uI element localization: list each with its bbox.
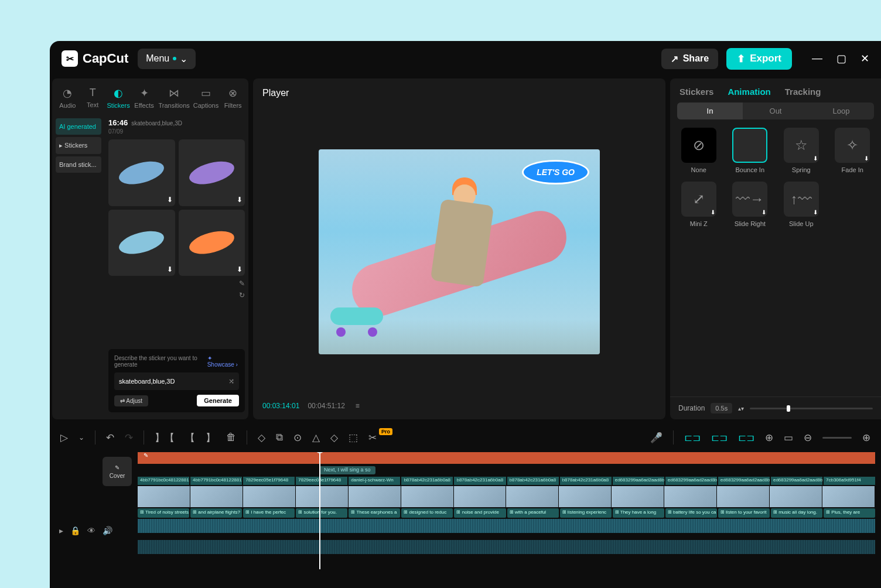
subtab-in[interactable]: In: [677, 102, 743, 119]
text-track-handle[interactable]: ✎: [144, 452, 148, 464]
delete-icon[interactable]: 🗑: [226, 432, 236, 443]
sticker-result-1[interactable]: ⬇: [108, 139, 175, 206]
play-icon[interactable]: ⊙: [293, 432, 302, 444]
undo-icon[interactable]: ↶: [106, 432, 114, 444]
duration-value[interactable]: 0.5s: [711, 403, 732, 413]
generate-button[interactable]: Generate: [197, 395, 239, 406]
clip-label[interactable]: 4bb7791bc0c481228811f4: [138, 477, 189, 485]
sticker-result-3[interactable]: ⬇: [108, 210, 175, 276]
edit-icon[interactable]: ✎: [239, 279, 245, 288]
snap-icon-2[interactable]: ⊏⊐: [711, 432, 728, 444]
zoom-slider[interactable]: [822, 437, 852, 439]
download-icon[interactable]: ⬇: [167, 196, 173, 204]
download-icon[interactable]: ⬇: [237, 265, 243, 274]
subtab-out[interactable]: Out: [743, 102, 808, 119]
rotate-icon[interactable]: ◇: [330, 432, 338, 444]
caption-clip[interactable]: ⊞ listen to your favorit: [718, 508, 770, 518]
clip-thumbnail[interactable]: [664, 486, 717, 507]
clip-label[interactable]: ed683299aa6ad2aad8b3: [718, 477, 770, 485]
video-track[interactable]: [138, 486, 875, 507]
eye-icon[interactable]: 👁: [87, 526, 95, 535]
caption-clip[interactable]: ⊞ listening experienc: [560, 508, 612, 518]
marker-icon[interactable]: ◇: [258, 432, 265, 444]
anim-spring[interactable]: ☆⬇Spring: [780, 128, 823, 173]
player-options-icon[interactable]: ≡: [356, 402, 360, 410]
export-button[interactable]: ⬆ Export: [726, 48, 792, 70]
cat-brand-stickers[interactable]: Brand stick...: [56, 156, 101, 173]
tab-effects[interactable]: ✦Effects: [132, 86, 156, 110]
caption-clip[interactable]: ⊞ I have the perfec: [243, 508, 295, 518]
timeline-tracks[interactable]: ✎ Next, I will sing a so 4bb7791bc0c4812…: [138, 452, 875, 569]
adjust-button[interactable]: ⇄ Adjust: [114, 395, 148, 406]
tab-filters[interactable]: ⊗Filters: [221, 86, 245, 110]
rtab-stickers[interactable]: Stickers: [679, 87, 713, 97]
subtab-loop[interactable]: Loop: [808, 102, 874, 119]
link-icon[interactable]: ⊕: [765, 432, 773, 444]
clip-thumbnail[interactable]: [138, 486, 190, 507]
text-track[interactable]: ✎: [138, 452, 875, 464]
clip-thumbnail[interactable]: [612, 486, 664, 507]
copy-icon[interactable]: ⧉: [276, 432, 283, 443]
rtab-tracking[interactable]: Tracking: [785, 87, 821, 97]
redo-icon[interactable]: ↷: [125, 432, 133, 444]
letsgo-sticker[interactable]: LET'S GO: [522, 160, 589, 184]
generate-input[interactable]: skateboard,blue,3D ⤨: [114, 372, 239, 390]
rtab-animation[interactable]: Animation: [728, 87, 770, 97]
clip-thumbnail[interactable]: [822, 486, 875, 507]
clip-thumbnail[interactable]: [559, 486, 612, 507]
caption-clip[interactable]: ⊞ solution for you.: [296, 508, 347, 518]
showcase-link[interactable]: ✦ Showcase ›: [207, 355, 239, 368]
minimize-icon[interactable]: —: [812, 52, 822, 65]
zoom-out-icon[interactable]: ⊖: [804, 432, 812, 444]
clip-label[interactable]: ed683299aa6ad2aad8b3: [665, 477, 717, 485]
clip-thumbnail[interactable]: [190, 486, 243, 507]
cat-stickers[interactable]: ▸ Stickers: [56, 137, 101, 154]
menu-button[interactable]: Menu ⌄: [138, 49, 196, 69]
tab-text[interactable]: TText: [81, 86, 105, 110]
crop-icon[interactable]: ⬚: [349, 432, 358, 444]
chevron-down-icon[interactable]: ⌄: [78, 433, 84, 442]
caption-clip[interactable]: ⊞ These earphones a: [349, 508, 400, 518]
preview-icon[interactable]: ▸: [59, 526, 63, 535]
caption-clip[interactable]: ⊞ Plus, they are: [824, 508, 875, 518]
pointer-icon[interactable]: ▷: [60, 432, 68, 444]
anim-none[interactable]: ⊘None: [677, 128, 720, 173]
duration-slider[interactable]: [750, 408, 873, 409]
clip-thumbnail[interactable]: [770, 486, 822, 507]
clip-label[interactable]: b878ab42c231a6b0a8: [507, 477, 559, 485]
caption-clip[interactable]: ⊞ noise and provide: [454, 508, 506, 518]
caption-clip[interactable]: ⊞ and airplane flights?: [190, 508, 242, 518]
shuffle-icon[interactable]: ⤨: [228, 377, 234, 385]
marker-label[interactable]: Next, I will sing a so: [319, 466, 375, 474]
tab-audio[interactable]: ◔Audio: [56, 86, 80, 110]
duration-stepper[interactable]: ▴▾: [738, 405, 744, 412]
cat-ai-generated[interactable]: AI generated: [56, 118, 101, 135]
download-icon[interactable]: ⬇: [167, 265, 173, 274]
close-icon[interactable]: ✕: [860, 52, 869, 65]
tab-captions[interactable]: ▭Captions: [192, 86, 220, 110]
anim-mini-z[interactable]: ⤢⬇Mini Z: [677, 182, 720, 227]
anim-bounce-in[interactable]: Bounce In: [729, 128, 772, 173]
clip-label[interactable]: b878ab42c231a6b0a8: [401, 477, 453, 485]
anim-slide-up[interactable]: ↑〰⬇Slide Up: [780, 182, 823, 227]
caption-clip[interactable]: ⊞ battery life so you ca: [665, 508, 717, 518]
refresh-icon[interactable]: ↻: [239, 291, 245, 299]
clip-label[interactable]: 7829eec05e1f79648: [243, 477, 295, 485]
player-viewport[interactable]: LET'S GO: [262, 110, 656, 394]
clip-thumbnail[interactable]: [506, 486, 559, 507]
clip-thumbnail[interactable]: [349, 486, 401, 507]
tab-transitions[interactable]: ⋈Transitions: [157, 86, 190, 110]
lock-icon[interactable]: 🔒: [70, 526, 80, 535]
snap-icon-3[interactable]: ⊏⊐: [738, 432, 754, 444]
anim-fade-in[interactable]: ✧⬇Fade In: [831, 128, 875, 173]
clip-label[interactable]: ed683299aa6ad2aad8b3: [771, 477, 822, 485]
trim-left-icon[interactable]: 【: [185, 431, 195, 445]
slider-thumb[interactable]: [787, 405, 790, 412]
cover-button[interactable]: ✎ Cover: [103, 457, 132, 486]
mirror-icon[interactable]: △: [312, 432, 320, 444]
clip-thumbnail[interactable]: [296, 486, 349, 507]
caption-clip[interactable]: ⊞ with a peaceful: [507, 508, 559, 518]
split-icon[interactable]: 】【: [155, 431, 175, 445]
clip-label[interactable]: 4bb7791bc0c481228811f4: [190, 477, 242, 485]
clip-label[interactable]: b878ab42c231a6b0a8: [560, 477, 612, 485]
